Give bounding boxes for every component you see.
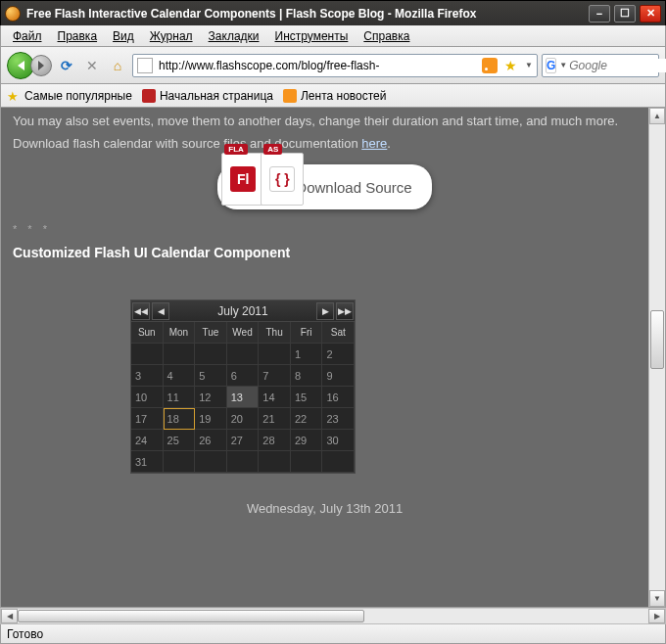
calendar-title: July 2011 — [170, 304, 315, 318]
calendar-cell[interactable]: 28 — [259, 430, 291, 451]
stop-button[interactable]: ✕ — [81, 55, 103, 76]
next-year-button[interactable]: ▶▶ — [336, 302, 354, 320]
url-bar[interactable]: ★ ▼ — [132, 54, 538, 77]
calendar-row: 24252627282930 — [131, 430, 355, 451]
calendar-cell[interactable]: 11 — [164, 387, 196, 408]
reload-button[interactable]: ⟳ — [56, 55, 77, 76]
here-link[interactable]: here — [361, 136, 387, 151]
calendar-cell[interactable]: 12 — [195, 387, 227, 408]
hscroll-track[interactable] — [18, 609, 648, 623]
calendar-cell[interactable]: 26 — [195, 430, 227, 451]
calendar-cell[interactable]: 13 — [227, 387, 260, 408]
calendar-cell — [227, 451, 260, 473]
scroll-up-button[interactable]: ▲ — [649, 108, 665, 124]
rss-icon[interactable] — [482, 58, 498, 73]
calendar-cell[interactable]: 31 — [131, 451, 164, 473]
bookmark-popular[interactable]: ★Самые популярные — [7, 89, 132, 103]
calendar-cell[interactable]: 24 — [131, 430, 164, 451]
fla-file-icon: FLA Fl — [221, 153, 264, 206]
calendar-cell[interactable]: 19 — [195, 408, 227, 430]
page-icon — [137, 58, 153, 73]
search-input[interactable] — [569, 59, 666, 72]
navigation-toolbar: ⟳ ✕ ⌂ ★ ▼ G ▼ — [0, 47, 666, 84]
calendar-cell[interactable]: 5 — [195, 365, 227, 387]
calendar-cell[interactable]: 18 — [164, 408, 196, 430]
calendar-cell[interactable]: 15 — [291, 387, 323, 408]
bookmarks-bar: ★Самые популярные Начальная страница Лен… — [0, 84, 666, 108]
calendar-cell[interactable]: 29 — [291, 430, 323, 451]
menu-file[interactable]: Файл — [7, 27, 48, 45]
search-engine-dropdown-icon[interactable]: ▼ — [559, 61, 567, 69]
vertical-scrollbar[interactable]: ▲ ▼ — [648, 108, 665, 607]
intro-line-1: You may also set events, move them to an… — [13, 114, 637, 128]
calendar-day-header: Mon — [164, 322, 196, 344]
window-title: Free Flash Interactive Calendar Componen… — [26, 7, 585, 21]
menu-tools[interactable]: Инструменты — [269, 27, 355, 45]
calendar-cell[interactable]: 2 — [322, 344, 355, 365]
calendar-day-headers: SunMonTueWedThuFriSat — [131, 322, 355, 344]
calendar-cell[interactable]: 21 — [259, 408, 291, 430]
calendar-cell[interactable]: 8 — [291, 365, 323, 387]
menu-view[interactable]: Вид — [107, 27, 140, 45]
home-button[interactable]: ⌂ — [107, 55, 128, 76]
calendar-cell[interactable]: 30 — [322, 430, 355, 451]
calendar-cell[interactable]: 23 — [322, 408, 355, 430]
calendar-cell[interactable]: 25 — [164, 430, 196, 451]
minimize-button[interactable] — [589, 5, 610, 23]
calendar-cell[interactable]: 1 — [291, 344, 323, 365]
menu-history[interactable]: Журнал — [144, 27, 199, 45]
next-month-button[interactable]: ▶ — [316, 302, 334, 320]
scroll-thumb[interactable] — [650, 310, 664, 369]
url-input[interactable] — [157, 56, 479, 75]
calendar-cell[interactable]: 6 — [227, 365, 260, 387]
red-icon — [142, 89, 156, 103]
calendar-cell[interactable]: 17 — [131, 408, 164, 430]
menu-bookmarks[interactable]: Закладки — [203, 27, 265, 45]
calendar-cell[interactable]: 7 — [259, 365, 291, 387]
url-dropdown-icon[interactable]: ▼ — [525, 61, 533, 69]
calendar-cell[interactable]: 14 — [259, 387, 291, 408]
star-icon: ★ — [7, 89, 21, 103]
rss-folder-icon — [283, 89, 297, 103]
calendar-row: 17181920212223 — [131, 408, 355, 430]
download-source-label: Download Source — [296, 179, 411, 196]
calendar-cell[interactable]: 16 — [322, 387, 355, 408]
calendar-cell[interactable]: 20 — [227, 408, 260, 430]
scroll-right-button[interactable]: ▶ — [648, 609, 665, 623]
bookmark-news[interactable]: Лента новостей — [283, 89, 387, 103]
menu-help[interactable]: Справка — [357, 27, 415, 45]
scroll-track[interactable] — [649, 124, 665, 590]
calendar-row: 3456789 — [131, 365, 355, 387]
calendar-header: ◀◀ ◀ July 2011 ▶ ▶▶ — [131, 300, 355, 322]
download-source-button[interactable]: FLA Fl AS { } Download Source — [217, 164, 431, 209]
calendar-cell[interactable]: 10 — [131, 387, 164, 408]
calendar-day-header: Sun — [131, 322, 164, 344]
menu-edit[interactable]: Правка — [52, 27, 104, 45]
prev-month-button[interactable]: ◀ — [152, 302, 169, 320]
intro-line-2: Download flash calendar with source file… — [13, 136, 637, 151]
horizontal-scrollbar[interactable]: ◀ ▶ — [0, 608, 666, 624]
google-icon[interactable]: G — [546, 58, 556, 73]
close-button[interactable] — [640, 5, 661, 23]
calendar-body: 1234567891011121314151617181920212223242… — [131, 344, 355, 473]
bookmark-homepage[interactable]: Начальная страница — [142, 89, 273, 103]
calendar-cell[interactable]: 27 — [227, 430, 260, 451]
selected-date-text: Wednesday, July 13th 2011 — [13, 501, 637, 516]
scroll-down-button[interactable]: ▼ — [649, 590, 665, 607]
scroll-left-button[interactable]: ◀ — [1, 609, 18, 623]
calendar-cell[interactable]: 22 — [291, 408, 323, 430]
forward-button[interactable] — [30, 55, 52, 76]
calendar-cell — [227, 344, 260, 365]
maximize-button[interactable] — [614, 5, 636, 23]
bookmark-star-icon[interactable]: ★ — [504, 58, 517, 73]
calendar-widget[interactable]: ◀◀ ◀ July 2011 ▶ ▶▶ SunMonTueWedThuFriSa… — [130, 299, 356, 474]
calendar-cell — [131, 344, 164, 365]
calendar-cell[interactable]: 4 — [164, 365, 196, 387]
calendar-cell[interactable]: 9 — [322, 365, 355, 387]
calendar-cell[interactable]: 3 — [131, 365, 164, 387]
search-bar[interactable]: G ▼ — [542, 54, 659, 77]
prev-year-button[interactable]: ◀◀ — [132, 302, 150, 320]
calendar-cell — [259, 451, 291, 473]
hscroll-thumb[interactable] — [18, 610, 364, 622]
calendar-row: 10111213141516 — [131, 387, 355, 408]
